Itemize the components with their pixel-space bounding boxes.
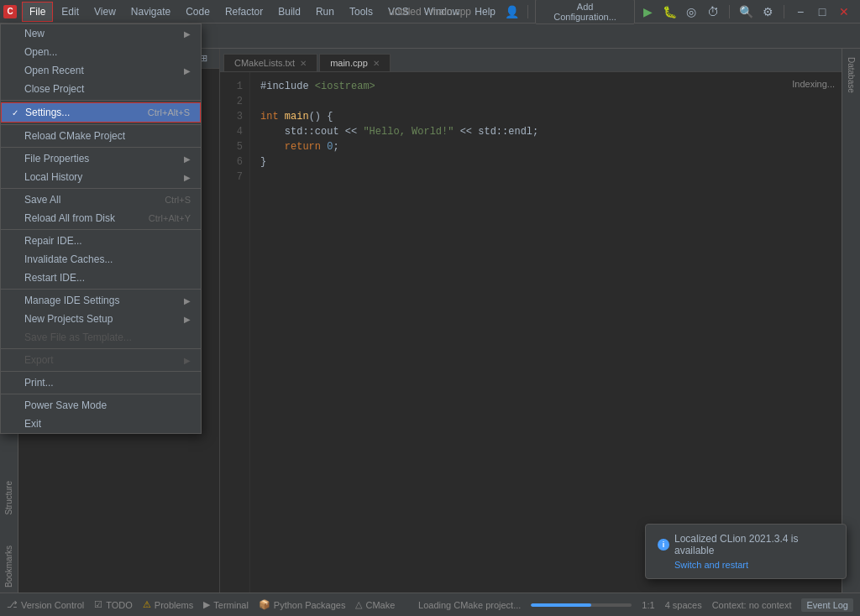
version-control-label: Version Control bbox=[21, 600, 84, 610]
user-icon[interactable]: 👤 bbox=[502, 3, 521, 21]
menu-entry-open-recent[interactable]: Open Recent ▶ bbox=[1, 61, 201, 80]
menu-entry-invalidate-caches-label: Invalidate Caches... bbox=[24, 253, 113, 265]
right-sidebar: Database bbox=[842, 49, 860, 593]
tab-main-label: main.cpp bbox=[330, 58, 368, 68]
search-everywhere-button[interactable]: 🔍 bbox=[737, 3, 755, 21]
menu-view[interactable]: View bbox=[87, 3, 123, 21]
menu-entry-local-history[interactable]: Local History ▶ bbox=[1, 168, 201, 186]
menu-sep-9 bbox=[1, 394, 201, 394]
menu-entry-print-label: Print... bbox=[24, 377, 54, 389]
loading-bar bbox=[531, 603, 632, 607]
menu-entry-settings[interactable]: ✓ Settings... Ctrl+Alt+S bbox=[1, 102, 201, 123]
menu-entry-local-history-label: Local History bbox=[24, 171, 82, 183]
notification-switch-link[interactable]: Switch and restart bbox=[658, 560, 834, 570]
tab-cmake-close-icon[interactable]: ✕ bbox=[300, 59, 307, 68]
menu-edit[interactable]: Edit bbox=[55, 3, 86, 21]
menu-sep-1 bbox=[1, 100, 201, 101]
menu-navigate[interactable]: Navigate bbox=[124, 3, 177, 21]
code-line-4: std::cout << "Hello, World!" << std::end… bbox=[260, 124, 831, 139]
terminal-tab[interactable]: ▶ Terminal bbox=[203, 599, 249, 610]
menu-entry-new-arrow-icon: ▶ bbox=[184, 29, 191, 39]
menu-entry-exit[interactable]: Exit bbox=[1, 415, 201, 433]
line-num-7: 7 bbox=[220, 170, 249, 185]
menu-file[interactable]: File bbox=[22, 2, 53, 22]
terminal-label: Terminal bbox=[213, 600, 249, 610]
app-icon: C bbox=[3, 5, 17, 18]
python-packages-tab[interactable]: 📦 Python Packages bbox=[259, 599, 346, 610]
menu-entry-save-all[interactable]: Save All Ctrl+S bbox=[1, 191, 201, 209]
code-area[interactable]: #include <iostream> int main() { std::co… bbox=[250, 72, 842, 593]
coverage-button[interactable]: ◎ bbox=[682, 3, 700, 21]
menu-entry-close-project-label: Close Project bbox=[24, 83, 84, 95]
cmake-icon: △ bbox=[355, 599, 362, 610]
file-tabs-bar: CMakeLists.txt ✕ main.cpp ✕ bbox=[220, 49, 842, 72]
code-line-6: } bbox=[260, 154, 831, 170]
line-num-3: 3 bbox=[220, 109, 249, 124]
tab-main[interactable]: main.cpp ✕ bbox=[319, 54, 391, 71]
close-button[interactable]: ✕ bbox=[835, 3, 853, 21]
event-log-button[interactable]: Event Log bbox=[801, 598, 853, 612]
problems-label: Problems bbox=[155, 600, 193, 610]
menu-entry-power-save-mode[interactable]: Power Save Mode bbox=[1, 396, 201, 415]
window-controls: 👤 Add Configuration... ▶ 🐛 ◎ ⏱ 🔍 ⚙ − □ ✕ bbox=[502, 0, 860, 24]
tab-cmake[interactable]: CMakeLists.txt ✕ bbox=[223, 54, 317, 71]
menu-entry-new-projects-setup[interactable]: New Projects Setup ▶ bbox=[1, 310, 201, 328]
loading-bar-fill bbox=[531, 603, 591, 607]
menu-entry-save-all-shortcut: Ctrl+S bbox=[165, 195, 191, 205]
menu-code[interactable]: Code bbox=[179, 3, 217, 21]
line-numbers: 1 2 3 4 5 6 7 bbox=[220, 72, 250, 593]
debug-button[interactable]: 🐛 bbox=[660, 3, 679, 21]
menu-entry-reload-all-label: Reload All from Disk bbox=[24, 212, 115, 224]
minimize-button[interactable]: − bbox=[791, 3, 810, 21]
menu-build[interactable]: Build bbox=[271, 3, 307, 21]
menu-entry-restart-ide[interactable]: Restart IDE... bbox=[1, 269, 201, 287]
menu-entry-local-history-arrow-icon: ▶ bbox=[184, 173, 191, 182]
menu-entry-repair-ide[interactable]: Repair IDE... bbox=[1, 232, 201, 250]
code-line-2 bbox=[260, 94, 831, 109]
code-editor[interactable]: Indexing... 1 2 3 4 5 6 7 #include <iost… bbox=[220, 72, 842, 593]
menu-tools[interactable]: Tools bbox=[343, 3, 380, 21]
editor-area: CMakeLists.txt ✕ main.cpp ✕ Indexing... … bbox=[220, 49, 842, 593]
menu-entry-new[interactable]: New ▶ bbox=[1, 24, 201, 43]
todo-tab[interactable]: ☑ TODO bbox=[94, 599, 133, 610]
editor-content: 1 2 3 4 5 6 7 #include <iostream> int ma… bbox=[220, 72, 842, 593]
menu-sep-4 bbox=[1, 188, 201, 189]
sidebar-tab-structure[interactable]: Structure bbox=[3, 476, 15, 520]
menu-entry-new-label: New bbox=[24, 28, 45, 39]
python-packages-label: Python Packages bbox=[274, 600, 346, 610]
menu-entry-file-properties-label: File Properties bbox=[24, 153, 89, 164]
menu-entry-reload-all-shortcut: Ctrl+Alt+Y bbox=[149, 213, 191, 223]
version-control-tab[interactable]: ⎇ Version Control bbox=[7, 599, 84, 610]
menu-entry-close-project[interactable]: Close Project bbox=[1, 80, 201, 98]
add-configuration-button[interactable]: Add Configuration... bbox=[535, 0, 635, 24]
menu-entry-print[interactable]: Print... bbox=[1, 373, 201, 392]
menu-entry-new-projects-setup-label: New Projects Setup bbox=[24, 313, 113, 325]
run-button[interactable]: ▶ bbox=[638, 3, 657, 21]
menu-entry-reload-cmake[interactable]: Reload CMake Project bbox=[1, 127, 201, 145]
tab-main-close-icon[interactable]: ✕ bbox=[373, 59, 380, 68]
menu-run[interactable]: Run bbox=[309, 3, 341, 21]
menu-entry-manage-ide-settings[interactable]: Manage IDE Settings ▶ bbox=[1, 291, 201, 310]
code-line-7 bbox=[260, 170, 831, 185]
settings-toolbar-icon[interactable]: ⚙ bbox=[758, 3, 777, 21]
code-line-1: #include <iostream> bbox=[260, 79, 831, 94]
menu-entry-export-arrow-icon: ▶ bbox=[184, 356, 191, 365]
sidebar-tab-bookmarks[interactable]: Bookmarks bbox=[3, 540, 15, 593]
terminal-icon: ▶ bbox=[203, 599, 210, 610]
menu-entry-reload-all[interactable]: Reload All from Disk Ctrl+Alt+Y bbox=[1, 209, 201, 227]
menu-entry-open[interactable]: Open... bbox=[1, 43, 201, 61]
profile-button[interactable]: ⏱ bbox=[704, 3, 722, 21]
menu-entry-file-properties[interactable]: File Properties ▶ bbox=[1, 149, 201, 168]
menu-refactor[interactable]: Refactor bbox=[218, 3, 270, 21]
menu-entry-invalidate-caches[interactable]: Invalidate Caches... bbox=[1, 250, 201, 269]
problems-tab[interactable]: ⚠ Problems bbox=[143, 599, 193, 610]
menu-help[interactable]: Help bbox=[468, 3, 502, 21]
cmake-tab[interactable]: △ CMake bbox=[355, 599, 395, 610]
menu-sep-2 bbox=[1, 124, 201, 125]
maximize-button[interactable]: □ bbox=[813, 3, 831, 21]
version-control-icon: ⎇ bbox=[7, 599, 18, 610]
sidebar-tab-database[interactable]: Database bbox=[845, 52, 857, 98]
menu-entry-reload-cmake-label: Reload CMake Project bbox=[24, 130, 125, 142]
menu-entry-open-recent-arrow-icon: ▶ bbox=[184, 66, 191, 76]
menu-sep-6 bbox=[1, 289, 201, 290]
